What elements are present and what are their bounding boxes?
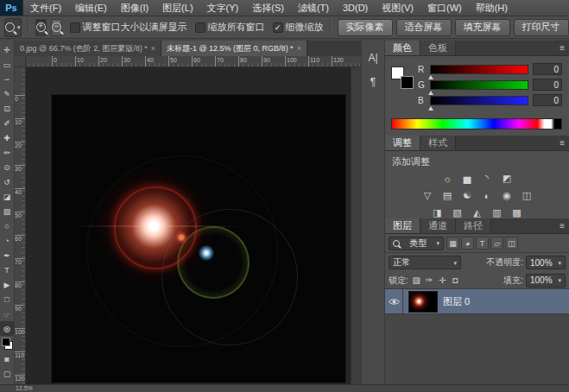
foreground-color-swatch[interactable]: [401, 76, 414, 89]
channel-mixer-icon[interactable]: ◫: [519, 189, 534, 202]
channel-value-input[interactable]: 0: [533, 94, 562, 106]
brush-tool[interactable]: ✏: [0, 145, 14, 160]
checkbox-box[interactable]: ✓: [273, 22, 283, 33]
menu-help[interactable]: 帮助(H): [469, 0, 515, 16]
menu-filter[interactable]: 滤镜(T): [291, 0, 336, 16]
adjustments-tab-adjustments[interactable]: 调整: [385, 136, 420, 150]
pen-tool[interactable]: ✒: [0, 248, 14, 262]
panel-menu-icon[interactable]: ≡: [560, 221, 565, 231]
exposure-icon[interactable]: ◩: [499, 172, 515, 185]
menu-view[interactable]: 视图(V): [375, 0, 420, 16]
horizontal-ruler[interactable]: 0102030405060708090100110120: [26, 56, 361, 67]
black-white-icon[interactable]: ◐: [479, 189, 495, 202]
menu-file[interactable]: 文件(F): [23, 0, 68, 16]
brightness-contrast-icon[interactable]: ☼: [439, 172, 455, 185]
channel-slider-r[interactable]: [430, 65, 528, 74]
filter-pixel-layers-icon[interactable]: ▦: [446, 237, 459, 250]
threshold-icon[interactable]: ◭: [470, 206, 485, 219]
zoom-tool-preset[interactable]: ▾: [4, 18, 22, 37]
layer-visibility-toggle[interactable]: [385, 289, 403, 313]
filter-type-layers-icon[interactable]: T: [476, 237, 489, 250]
lock-pixels-icon[interactable]: ✑: [424, 275, 435, 287]
eyedropper-tool[interactable]: ✐: [0, 116, 14, 130]
lock-position-icon[interactable]: ✛: [437, 275, 448, 287]
lock-transparency-icon[interactable]: ▨: [411, 275, 422, 287]
clone-stamp-tool[interactable]: ⊙: [0, 160, 14, 174]
color-tab-color[interactable]: 颜色: [385, 41, 420, 55]
blend-mode-select[interactable]: 正常 ▾: [389, 256, 461, 269]
color-swatches-widget[interactable]: [391, 66, 414, 89]
ruler-corner[interactable]: [15, 56, 26, 67]
document-tab[interactable]: 0.jpg @ 66.7% (色阶 2, 图层蒙版/8) *×: [15, 41, 161, 56]
status-zoom-level[interactable]: 12.5%: [16, 385, 33, 391]
filter-shape-layers-icon[interactable]: ▱: [490, 237, 503, 250]
channel-value-input[interactable]: 0: [533, 63, 562, 75]
layers-tab-layers[interactable]: 图层: [385, 218, 420, 233]
vertical-scrollbar[interactable]: [351, 67, 361, 384]
layer-thumbnail[interactable]: [408, 291, 438, 313]
close-tab-icon[interactable]: ×: [297, 44, 301, 53]
actual-pixels-button[interactable]: 实际像素: [338, 19, 393, 36]
color-tab-swatches[interactable]: 色板: [420, 41, 456, 55]
lasso-tool[interactable]: ∽: [0, 72, 14, 86]
zoom-out-button[interactable]: [51, 19, 62, 36]
filter-smart-objects-icon[interactable]: ◫: [505, 237, 518, 250]
lock-all-icon[interactable]: ◘: [450, 275, 461, 287]
type-tool[interactable]: T: [0, 262, 14, 277]
checkbox-resize-windows-to-fit[interactable]: 调整窗口大小以满屏显示: [70, 21, 187, 34]
document-tab[interactable]: 未标题-1 @ 12.5% (图层 0, RGB/8) *×: [161, 41, 307, 56]
menu-layer[interactable]: 图层(L): [155, 0, 199, 16]
screen-mode-button[interactable]: ▢: [0, 366, 14, 381]
photo-filter-icon[interactable]: ◉: [499, 189, 515, 202]
crop-tool[interactable]: ⊡: [0, 101, 14, 116]
layer-filter-select[interactable]: 类型 ▾: [389, 237, 444, 250]
posterize-icon[interactable]: ▧: [450, 206, 465, 219]
panel-menu-icon[interactable]: ≡: [560, 43, 565, 53]
layers-tab-paths[interactable]: 路径: [456, 218, 491, 233]
character-panel-button[interactable]: A|: [364, 49, 382, 66]
menu-window[interactable]: 窗口(W): [420, 0, 469, 16]
curves-icon[interactable]: ◝: [479, 172, 495, 185]
menu-image[interactable]: 图像(I): [114, 0, 155, 16]
healing-brush-tool[interactable]: ✚: [0, 130, 14, 145]
checkbox-zoom-all-windows[interactable]: 缩放所有窗口: [195, 21, 265, 34]
color-spectrum-ramp[interactable]: [391, 118, 562, 130]
gradient-tool[interactable]: ▧: [0, 204, 14, 218]
blur-tool[interactable]: ○: [0, 218, 14, 233]
fit-screen-button[interactable]: 适合屏幕: [396, 19, 452, 36]
shape-tool[interactable]: □: [0, 292, 14, 307]
menu-select[interactable]: 选择(S): [245, 0, 291, 16]
dodge-tool[interactable]: ◔: [0, 233, 14, 248]
quick-selection-tool[interactable]: ✎: [0, 86, 14, 101]
vertical-ruler[interactable]: 0102030405060708090100110120: [15, 67, 26, 384]
menu-3d[interactable]: 3D(D): [336, 0, 375, 16]
zoom-tool[interactable]: ◎: [0, 321, 14, 336]
menu-edit[interactable]: 编辑(E): [68, 0, 114, 16]
adjustments-tab-styles[interactable]: 样式: [420, 136, 456, 150]
layer-row[interactable]: 图层 0: [385, 289, 569, 314]
canvas-image[interactable]: [52, 95, 345, 383]
levels-icon[interactable]: ▅: [459, 172, 475, 185]
fill-screen-button[interactable]: 填充屏幕: [455, 19, 510, 36]
gradient-map-icon[interactable]: ▥: [490, 206, 505, 219]
checkbox-box[interactable]: [195, 22, 205, 33]
close-tab-icon[interactable]: ×: [151, 44, 155, 53]
panel-menu-icon[interactable]: ≡: [560, 138, 565, 148]
fill-input[interactable]: 100% ▾: [526, 274, 566, 288]
checkbox-scrubby-zoom[interactable]: ✓细微缩放: [273, 21, 324, 34]
path-selection-tool[interactable]: ▶: [0, 277, 14, 292]
selective-color-icon[interactable]: ▩: [509, 206, 525, 219]
layers-tab-channels[interactable]: 通道: [420, 218, 456, 233]
foreground-background-swatches[interactable]: [2, 338, 13, 350]
channel-slider-b[interactable]: [430, 96, 528, 105]
history-brush-tool[interactable]: ↺: [0, 174, 14, 189]
photoshop-logo[interactable]: Ps: [0, 0, 23, 16]
eraser-tool[interactable]: ◪: [0, 189, 14, 204]
filter-adjustment-layers-icon[interactable]: ◕: [461, 237, 474, 250]
opacity-input[interactable]: 100% ▾: [526, 256, 566, 269]
foreground-color-swatch[interactable]: [2, 338, 10, 346]
paragraph-panel-button[interactable]: ¶: [364, 73, 382, 91]
invert-icon[interactable]: ◨: [430, 206, 446, 219]
menu-type[interactable]: 文字(Y): [200, 0, 246, 16]
hand-tool[interactable]: ☞: [0, 307, 14, 321]
